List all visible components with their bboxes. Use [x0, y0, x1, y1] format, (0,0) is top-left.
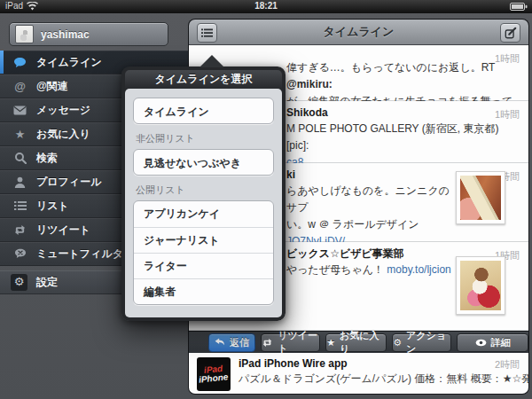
tweet-text: パズル＆ドラゴンズ(ゲーム/パズル) 価格：無料 概要：★☆発売記念 [239, 372, 520, 387]
sidebar-item-label: リスト [36, 199, 69, 214]
retweet-button[interactable]: リツイート [261, 333, 320, 352]
avatar-text: iPhone [199, 372, 229, 384]
retweet-icon [262, 338, 273, 348]
tweet-action-toolbar: 返信 リツイート ★ お気に入り ⚙ アクション 詳細 [189, 331, 528, 353]
eye-icon [475, 339, 487, 347]
timeline-select-popover: タイムラインを選択 タイムライン 非公開リスト 見逃せないつぶやき 公開リスト … [121, 66, 286, 321]
section-label-private-lists: 非公開リスト [136, 132, 272, 145]
popover-body: タイムライン 非公開リスト 見逃せないつぶやき 公開リスト アプリカンケイ ジャ… [125, 89, 282, 317]
compose-icon [505, 27, 517, 39]
sidebar-item-label: お気に入り [36, 127, 90, 142]
sidebar-item-label: メッセージ [36, 103, 90, 118]
screen: iPad 18:21 yashimac タイムライン @ @関連 [0, 0, 532, 399]
tweet-photo-thumbnail[interactable] [456, 171, 505, 224]
settings-label: 設定 [36, 275, 58, 290]
tweet-link[interactable]: moby.to/ljcion [387, 263, 450, 276]
popover-item-public-list[interactable]: ライター [134, 253, 273, 278]
sidebar-item-label: 検索 [36, 151, 58, 166]
sidebar-item-label: ミュートフィルタ [36, 246, 123, 262]
person-icon [12, 176, 27, 188]
gear-icon: ⚙ [393, 338, 402, 348]
account-avatar [15, 25, 34, 43]
speech-bubble-icon [12, 57, 27, 68]
retweet-icon [12, 224, 27, 236]
tweet-author[interactable]: Shikoda [286, 105, 328, 121]
detail-button[interactable]: 詳細 [457, 333, 528, 352]
timeline-title: タイムライン [324, 24, 395, 40]
reply-button[interactable]: 返信 [208, 333, 255, 352]
sidebar-item-label: @関連 [36, 79, 68, 94]
popover-item-public-list[interactable]: 編集者 [134, 278, 273, 304]
gear-icon: ⚙ [11, 274, 27, 291]
sidebar-item-label: タイムライン [36, 55, 102, 70]
compose-button[interactable] [500, 23, 520, 43]
tweet-row-bottom[interactable]: iPad iPhone iPad iPhone Wire app パズル＆ドラゴ… [189, 353, 528, 394]
account-button[interactable]: yashimac [9, 22, 168, 46]
timeline-list-button[interactable] [197, 23, 217, 43]
action-button[interactable]: ⚙ アクション [392, 333, 451, 352]
popover-arrow [200, 55, 224, 67]
tweet-timestamp: 1時間 [495, 106, 520, 123]
section-label-public-lists: 公開リスト [136, 184, 272, 197]
photo [460, 261, 501, 310]
public-list-group: アプリカンケイ ジャーナリスト ライター 編集者 [133, 200, 274, 305]
photo [460, 176, 501, 220]
popover-item-timeline[interactable]: タイムライン [133, 98, 274, 124]
tweet-author[interactable]: iPad iPhone Wire app [239, 357, 520, 370]
tweet-author[interactable]: ビックス☆ビザビ事業部 [286, 246, 404, 262]
at-sign-icon: @ [12, 80, 27, 93]
app-background: yashimac タイムライン @ @関連 メッセージ ★ [0, 13, 532, 399]
star-icon: ★ [12, 128, 27, 141]
sidebar-item-label: リツイート [36, 223, 90, 238]
tweet-avatar[interactable]: iPad iPhone [197, 357, 231, 391]
envelope-icon [12, 106, 27, 115]
status-bar: iPad 18:21 [0, 0, 532, 13]
tweet-text: らあやしげなものを。ニンニクのサプい。w ＠ ラポールデザインJO7NvLiDV… [286, 183, 458, 250]
star-icon: ★ [326, 338, 335, 348]
list-icon [201, 28, 213, 38]
button-label: アクション [406, 329, 450, 356]
button-label: お気に入り [340, 329, 386, 356]
list-icon [12, 200, 27, 211]
battery-icon [510, 3, 528, 11]
clock: 18:21 [0, 1, 532, 11]
tweet-timestamp: 2時間 [495, 358, 520, 372]
favorite-button[interactable]: ★ お気に入り [325, 333, 387, 352]
button-label: 返信 [230, 336, 249, 349]
tweet-photo-thumbnail[interactable] [456, 256, 505, 315]
button-label: リツイート [278, 329, 319, 356]
popover-title: タイムラインを選択 [125, 70, 282, 89]
popover-item-private-list[interactable]: 見逃せないつぶやき [133, 149, 274, 176]
tweet-text: やったぜ母ちゃん！ moby.to/ljcion [286, 262, 458, 278]
timeline-header: タイムライン [189, 20, 528, 45]
mention[interactable]: @mikiru: [286, 78, 332, 90]
popover-item-public-list[interactable]: アプリカンケイ [134, 201, 273, 227]
sidebar-item-label: プロフィール [36, 175, 101, 190]
tweet-timestamp: 1時間 [495, 51, 520, 67]
button-label: 詳細 [491, 336, 511, 349]
magnifier-icon [12, 152, 27, 164]
account-name: yashimac [41, 28, 90, 41]
tweet-author[interactable]: ki [286, 167, 295, 184]
mute-icon [12, 248, 27, 260]
popover-item-public-list[interactable]: ジャーナリスト [134, 227, 273, 253]
reply-icon [215, 338, 225, 347]
